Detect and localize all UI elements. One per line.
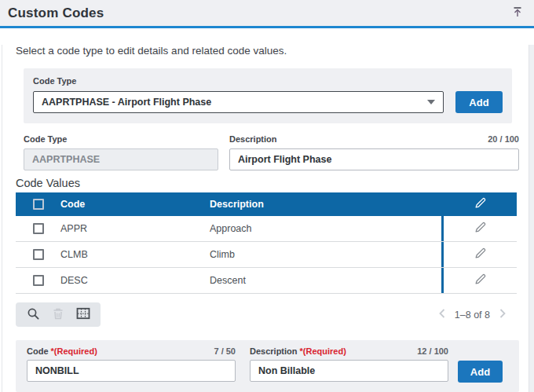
select-all-checkbox[interactable] — [33, 199, 44, 210]
new-code-char-counter: 7 / 50 — [214, 346, 236, 356]
right-gutter — [529, 45, 534, 392]
new-description-input[interactable] — [250, 360, 448, 382]
table-grid-icon — [76, 307, 90, 322]
code-values-table: Code Description APPR Approach — [16, 192, 517, 294]
description-char-counter: 20 / 100 — [488, 134, 519, 144]
intro-text: Select a code type to edit details and r… — [16, 45, 519, 57]
row-description: Approach — [210, 223, 441, 234]
next-page-button[interactable] — [497, 307, 508, 322]
custom-codes-page: Custom Codes Select a code type to edit … — [0, 0, 534, 392]
row-checkbox[interactable] — [33, 223, 44, 234]
search-icon — [27, 307, 40, 323]
new-code-label: Code *(Required) — [27, 346, 97, 356]
table-row: APPR Approach — [16, 216, 517, 242]
table-toolbar — [16, 302, 101, 327]
table-header-row: Code Description — [16, 192, 517, 216]
add-code-type-button[interactable]: Add — [455, 91, 503, 113]
new-description-char-counter: 12 / 100 — [417, 346, 448, 356]
collapse-to-top-button[interactable] — [510, 6, 525, 20]
code-type-detail-row: Code Type Description 20 / 100 — [16, 134, 519, 170]
new-description-field-group: Description *(Required) 12 / 100 — [250, 346, 448, 382]
code-type-selector-panel: Code Type AAPRTPHASE - Airport Flight Ph… — [24, 68, 512, 123]
code-type-selected-value: AAPRTPHASE - Airport Flight Phase — [42, 97, 427, 108]
pencil-icon — [474, 196, 487, 212]
row-description: Climb — [210, 249, 441, 260]
code-type-field-group: Code Type — [24, 134, 218, 170]
table-row: CLMB Climb — [16, 242, 517, 268]
edit-row-button[interactable] — [472, 245, 488, 264]
code-type-field-label: Code Type — [24, 134, 67, 144]
required-indicator: *(Required) — [51, 346, 97, 356]
row-checkbox[interactable] — [33, 249, 44, 260]
row-code: DESC — [60, 275, 210, 286]
code-type-select-label: Code Type — [33, 76, 503, 86]
new-code-field-group: Code *(Required) 7 / 50 — [27, 346, 236, 382]
edit-column-button[interactable] — [472, 195, 488, 214]
trash-icon — [52, 307, 64, 323]
content-area: Select a code type to edit details and r… — [2, 45, 534, 392]
chevron-right-icon — [497, 307, 508, 322]
column-header-code: Code — [60, 199, 210, 210]
edit-row-button[interactable] — [472, 271, 488, 290]
required-indicator: *(Required) — [300, 346, 346, 356]
pagination-range: 1–8 of 8 — [455, 310, 490, 321]
chevron-left-icon — [437, 307, 448, 322]
scroll-to-top-icon — [512, 6, 523, 20]
code-type-select[interactable]: AAPRTPHASE - Airport Flight Phase — [33, 91, 444, 113]
page-title: Custom Codes — [8, 5, 104, 21]
row-code: CLMB — [60, 249, 210, 260]
table-row: DESC Descent — [16, 268, 517, 294]
row-checkbox[interactable] — [33, 275, 44, 286]
edit-row-button[interactable] — [472, 219, 488, 238]
chevron-down-icon — [427, 100, 435, 104]
delete-button[interactable] — [51, 306, 65, 324]
row-code: APPR — [60, 223, 210, 234]
previous-page-button[interactable] — [437, 307, 448, 322]
pencil-icon — [474, 273, 487, 288]
description-field[interactable] — [229, 148, 519, 170]
pencil-icon — [474, 247, 487, 262]
new-code-input[interactable] — [27, 360, 236, 382]
table-footer: 1–8 of 8 — [16, 302, 519, 327]
code-values-section-label: Code Values — [16, 177, 519, 189]
description-field-group: Description 20 / 100 — [229, 134, 519, 170]
search-button[interactable] — [26, 306, 41, 324]
row-description: Descent — [210, 275, 441, 286]
new-description-label: Description *(Required) — [250, 346, 346, 356]
add-code-value-panel: Code *(Required) 7 / 50 Description *(Re… — [16, 340, 519, 392]
column-header-description: Description — [210, 199, 441, 210]
page-header: Custom Codes — [0, 0, 534, 26]
pencil-icon — [474, 221, 487, 236]
add-code-value-button[interactable]: Add — [458, 361, 503, 383]
pagination: 1–8 of 8 — [437, 307, 508, 322]
table-settings-button[interactable] — [75, 306, 91, 323]
description-field-label: Description — [229, 134, 277, 144]
code-type-field — [24, 148, 218, 170]
header-accent-rule — [0, 26, 534, 28]
